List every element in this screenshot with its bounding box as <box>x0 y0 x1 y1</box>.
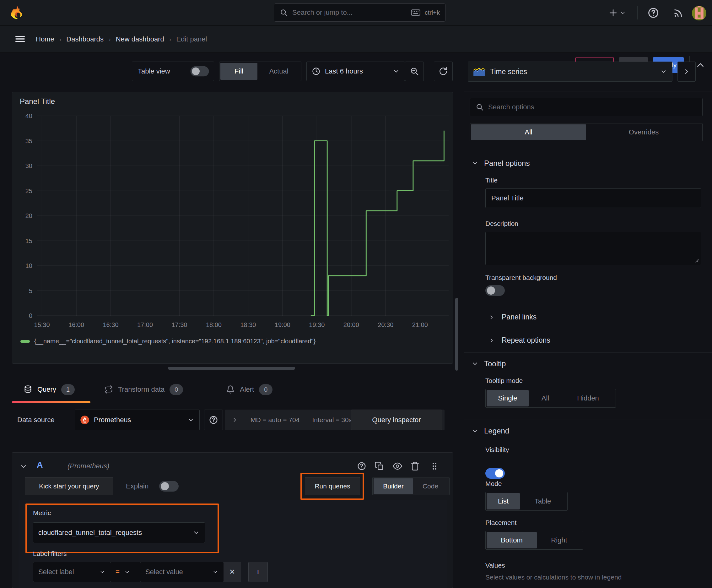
collapse-header-button[interactable] <box>695 60 706 70</box>
fill-option[interactable]: Fill <box>220 63 257 80</box>
query-help-button[interactable] <box>357 461 366 471</box>
collapse-query-chevron-down-icon[interactable] <box>20 463 27 470</box>
breadcrumb-separator: › <box>104 36 116 43</box>
tab-overrides[interactable]: Overrides <box>586 124 701 140</box>
placement-bottom-option[interactable]: Bottom <box>487 532 537 548</box>
panel-resize-handle[interactable] <box>168 367 295 370</box>
legend-item[interactable]: {__name__="cloudflared_tunnel_total_requ… <box>20 338 316 345</box>
refresh-button[interactable] <box>434 62 453 81</box>
tooltip-single-option[interactable]: Single <box>487 390 528 406</box>
tooltip-mode-label: Tooltip mode <box>486 377 523 384</box>
global-search-input[interactable]: ctrl+k <box>274 3 446 22</box>
legend-header[interactable]: Legend <box>472 426 509 435</box>
search-shortcut-hint: ctrl+k <box>425 9 440 16</box>
transform-count-badge: 0 <box>170 384 183 395</box>
visualization-picker[interactable]: Time series <box>468 62 672 82</box>
database-icon <box>24 385 33 394</box>
svg-text:15:30: 15:30 <box>34 321 50 328</box>
breadcrumb-dashboards[interactable]: Dashboards <box>66 35 104 43</box>
transparent-background-toggle[interactable] <box>486 285 505 296</box>
query-inspector-button[interactable]: Query inspector <box>351 410 442 430</box>
panel-options-header[interactable]: Panel options <box>472 159 530 168</box>
collapse-options-pane-button[interactable] <box>677 62 696 82</box>
scrollbar-thumb[interactable] <box>455 298 458 371</box>
breadcrumb-new-dashboard[interactable]: New dashboard <box>116 35 164 43</box>
title-label: Title <box>486 176 498 184</box>
time-series-chart[interactable]: 051015202530354015:3016:0016:3017:0017:3… <box>15 108 451 331</box>
metric-select[interactable]: cloudflared_tunnel_total_requests <box>33 522 205 543</box>
builder-option[interactable]: Builder <box>373 478 413 494</box>
panel-links-section[interactable]: Panel links <box>489 313 537 321</box>
legend-table-option[interactable]: Table <box>520 493 566 509</box>
search-options-box[interactable] <box>470 98 703 116</box>
query-ref-id[interactable]: A <box>37 460 43 470</box>
operator-dropdown[interactable]: = <box>110 562 141 582</box>
chevron-down-icon <box>212 569 218 575</box>
search-input-field[interactable] <box>292 8 407 17</box>
svg-text:20:00: 20:00 <box>343 321 359 328</box>
tab-alert[interactable]: Alert 0 <box>226 376 273 403</box>
svg-text:19:30: 19:30 <box>309 321 325 328</box>
series-label: {__name__="cloudflared_tunnel_total_requ… <box>34 338 316 345</box>
panel-title-field[interactable] <box>486 188 701 208</box>
datasource-help-button[interactable] <box>204 410 223 430</box>
placement-right-option[interactable]: Right <box>537 532 581 548</box>
actual-option[interactable]: Actual <box>257 63 300 80</box>
series-color-swatch <box>20 340 30 343</box>
breadcrumb-home[interactable]: Home <box>36 35 54 43</box>
tab-transform-label: Transform data <box>118 385 165 394</box>
legend-list-option[interactable]: List <box>487 493 520 509</box>
table-view-label: Table view <box>138 67 170 76</box>
description-textarea[interactable] <box>486 232 701 265</box>
tooltip-all-option[interactable]: All <box>528 390 562 406</box>
add-filter-button[interactable]: + <box>248 562 268 582</box>
datasource-value: Prometheus <box>94 416 183 424</box>
query-count-badge: 1 <box>61 384 75 395</box>
tooltip-header[interactable]: Tooltip <box>472 359 506 368</box>
tooltip-hidden-option[interactable]: Hidden <box>562 390 614 406</box>
search-icon <box>280 8 288 17</box>
grafana-logo-icon[interactable] <box>9 5 24 20</box>
svg-text:30: 30 <box>25 162 33 169</box>
duplicate-query-button[interactable] <box>374 461 384 471</box>
new-item-button[interactable] <box>608 6 626 20</box>
tab-query[interactable]: Query 1 <box>24 376 75 403</box>
code-option[interactable]: Code <box>413 478 448 494</box>
search-options-input[interactable] <box>488 103 697 111</box>
kick-start-query-button[interactable]: Kick start your query <box>25 477 113 495</box>
repeat-options-section[interactable]: Repeat options <box>489 336 550 344</box>
legend-mode-label: Mode <box>486 480 502 487</box>
drag-query-handle[interactable] <box>430 461 439 472</box>
time-range-picker[interactable]: Last 6 hours <box>306 62 405 81</box>
panel-title-input[interactable] <box>491 194 695 202</box>
visualization-name: Time series <box>490 67 656 76</box>
user-avatar[interactable] <box>692 6 706 20</box>
fill-actual-switch: Fill Actual <box>219 62 301 81</box>
zoom-out-button[interactable] <box>405 62 424 81</box>
chevron-right-icon <box>489 337 495 344</box>
select-value-dropdown[interactable]: Select value <box>140 562 224 582</box>
resize-handle-icon[interactable] <box>694 258 699 263</box>
svg-text:17:00: 17:00 <box>137 321 153 328</box>
delete-query-button[interactable] <box>410 461 420 471</box>
panel-title[interactable]: Panel Title <box>20 97 55 106</box>
chevron-down-icon <box>660 68 667 75</box>
tab-all[interactable]: All <box>471 124 586 140</box>
chart-panel: Panel Title 051015202530354015:3016:0016… <box>12 92 453 364</box>
chevron-up-icon <box>695 60 706 70</box>
run-queries-button[interactable]: Run queries <box>305 477 360 495</box>
hide-query-button[interactable] <box>393 461 402 471</box>
help-button[interactable] <box>647 7 659 19</box>
chevron-down-icon <box>472 160 478 167</box>
explain-toggle[interactable] <box>159 481 179 491</box>
mega-menu-button[interactable] <box>14 33 26 45</box>
legend-visibility-toggle[interactable] <box>486 468 505 479</box>
news-button[interactable] <box>672 7 684 19</box>
breadcrumb: Home › Dashboards › New dashboard › Edit… <box>36 26 207 53</box>
remove-filter-button[interactable]: ✕ <box>223 562 241 582</box>
datasource-picker[interactable]: Prometheus <box>75 410 200 430</box>
tab-transform-data[interactable]: Transform data 0 <box>104 376 183 403</box>
select-label-dropdown[interactable]: Select label <box>33 562 111 582</box>
breadcrumb-bar: Home › Dashboards › New dashboard › Edit… <box>0 26 712 53</box>
table-view-toggle[interactable] <box>191 66 209 76</box>
